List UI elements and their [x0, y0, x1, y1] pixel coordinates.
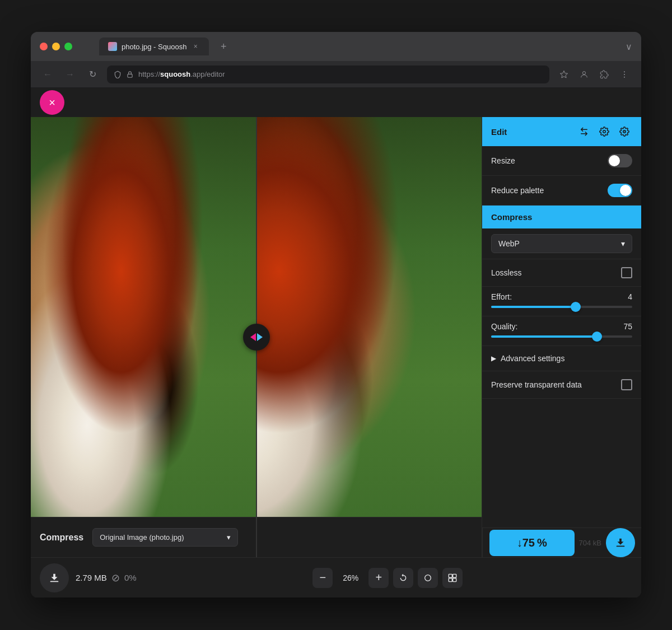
address-bar[interactable]: https://squoosh.app/editor — [107, 66, 549, 83]
edit-title: Edit — [491, 127, 507, 137]
preserve-transparent-row: Preserve transparent data — [482, 371, 641, 399]
tab-close-btn[interactable]: × — [191, 42, 200, 51]
profile-icon[interactable] — [576, 67, 592, 82]
nav-icons — [556, 67, 632, 82]
quality-slider-fill — [491, 335, 597, 338]
quality-value: 75 — [623, 322, 632, 331]
svg-point-5 — [603, 130, 606, 133]
effort-slider-thumb[interactable] — [571, 302, 581, 312]
zoom-out-button[interactable]: − — [312, 568, 333, 588]
save-icon — [48, 572, 60, 584]
quality-slider-section: Quality: 75 — [482, 316, 641, 346]
app-content: × — [31, 88, 641, 598]
download-button[interactable] — [606, 528, 635, 557]
lock-icon — [126, 71, 134, 78]
compress-title: Compress — [491, 212, 532, 222]
arrow-left-icon — [250, 333, 256, 341]
menu-icon[interactable] — [617, 67, 632, 82]
svg-point-1 — [582, 71, 585, 74]
grid-button[interactable] — [442, 568, 463, 588]
rotate-button[interactable] — [393, 568, 413, 588]
resize-toggle[interactable] — [608, 154, 632, 167]
tab-favicon — [108, 42, 117, 51]
back-button[interactable]: ← — [40, 67, 55, 82]
bookmark-icon[interactable] — [556, 67, 572, 82]
svg-point-10 — [425, 575, 431, 581]
maximize-traffic-light[interactable] — [64, 43, 72, 50]
minimize-traffic-light[interactable] — [52, 43, 60, 50]
image-left-bg — [31, 117, 256, 557]
reduce-palette-label: Reduce palette — [491, 186, 544, 195]
quality-slider-thumb[interactable] — [592, 332, 602, 342]
svg-rect-12 — [453, 574, 456, 577]
image-right-bg — [256, 117, 482, 557]
edit-header-icons — [576, 124, 632, 139]
drag-arrows — [250, 333, 263, 341]
svg-rect-14 — [453, 578, 456, 581]
resize-row: Resize — [482, 146, 641, 176]
view-buttons — [393, 568, 463, 588]
browser-navbar: ← → ↻ https://squoosh.app/editor — [31, 61, 641, 88]
zoom-in-button[interactable]: + — [368, 568, 389, 588]
browser-window: photo.jpg - Squoosh × + ∨ ← → ↻ https://… — [31, 32, 641, 598]
download-icon — [614, 536, 627, 549]
quality-header: Quality: 75 — [491, 322, 632, 331]
quality-slider-track[interactable] — [491, 335, 632, 338]
preserve-checkbox[interactable] — [621, 379, 632, 390]
original-image-value: Original Image (photo.jpg) — [100, 533, 184, 542]
swap-sides-icon[interactable] — [576, 124, 592, 139]
edit-section-header: Edit — [482, 117, 641, 146]
zoom-level-display: 26% — [337, 573, 364, 582]
save-button[interactable] — [40, 563, 69, 592]
arrow-right-icon — [257, 333, 263, 341]
main-layout: Edit — [31, 117, 641, 557]
browser-titlebar: photo.jpg - Squoosh × + ∨ — [31, 32, 641, 61]
svg-point-2 — [624, 71, 625, 72]
svg-point-4 — [624, 76, 625, 77]
original-dropdown-chevron: ▾ — [227, 533, 231, 542]
reduce-palette-knob — [620, 185, 631, 196]
close-editor-button[interactable]: × — [40, 90, 64, 115]
drag-handle[interactable] — [243, 324, 270, 351]
compress-output-button[interactable]: ↓75 % — [489, 530, 575, 556]
forward-button[interactable]: → — [62, 67, 78, 82]
percent-icon: ⊘ — [111, 572, 120, 584]
compress-bottom-label: Compress — [40, 533, 83, 543]
compress-percent-value: ↓75 — [517, 536, 535, 549]
panel-bottom-actions: ↓75 % 704 kB — [482, 528, 641, 557]
reload-button[interactable]: ↻ — [85, 67, 100, 82]
resize-toggle-knob — [609, 155, 620, 166]
close-traffic-light[interactable] — [40, 43, 48, 50]
reduce-palette-toggle[interactable] — [608, 184, 632, 197]
svg-rect-9 — [50, 581, 59, 582]
lossless-checkbox[interactable] — [621, 267, 632, 278]
effort-value: 4 — [628, 292, 632, 301]
left-section — [31, 117, 482, 557]
svg-rect-0 — [128, 74, 132, 77]
effort-slider-track[interactable] — [491, 306, 632, 308]
svg-rect-13 — [449, 578, 452, 581]
bottom-left-bar: 2.79 MB ⊘ 0% − 26% + — [31, 557, 641, 598]
bottom-row: 2.79 MB ⊘ 0% − 26% + — [31, 557, 641, 598]
lossless-label: Lossless — [491, 268, 521, 277]
svg-point-3 — [624, 74, 625, 75]
settings-icon[interactable] — [596, 124, 612, 139]
extra-settings-icon[interactable] — [617, 124, 632, 139]
format-dropdown[interactable]: WebP ▾ — [491, 234, 632, 253]
extensions-icon[interactable] — [596, 67, 612, 82]
original-image-dropdown[interactable]: Original Image (photo.jpg) ▾ — [92, 528, 238, 547]
lossless-row: Lossless — [482, 259, 641, 287]
effort-label: Effort: — [491, 292, 512, 301]
window-chevron[interactable]: ∨ — [626, 42, 632, 52]
tab-title: photo.jpg - Squoosh — [122, 43, 186, 51]
image-area[interactable] — [31, 117, 482, 557]
fit-button[interactable] — [418, 568, 438, 588]
format-chevron-icon: ▾ — [621, 239, 625, 248]
browser-tab[interactable]: photo.jpg - Squoosh × — [99, 38, 209, 55]
svg-point-7 — [624, 131, 625, 132]
quality-label: Quality: — [491, 322, 517, 331]
advanced-settings-row[interactable]: ▶ Advanced settings — [482, 346, 641, 371]
advanced-settings-label: Advanced settings — [501, 354, 564, 363]
effort-slider-section: Effort: 4 — [482, 287, 641, 316]
tab-add-btn[interactable]: + — [216, 39, 231, 54]
